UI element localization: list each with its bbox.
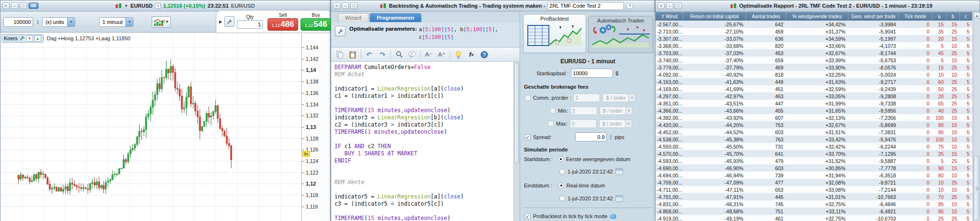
close-icon[interactable]: × (333, 2, 340, 9)
table-row[interactable]: -3.368,00...-33,68%820+33,66%-4,10730510… (656, 42, 972, 49)
enddate-realtime-radio[interactable] (558, 183, 564, 188)
column-header-c[interactable]: c (960, 12, 972, 21)
startkapitaal-input[interactable] (571, 69, 613, 78)
hint-button[interactable] (454, 49, 463, 60)
redo-button[interactable] (378, 49, 387, 60)
column-header-aantal-trades[interactable]: Aantal trades (746, 12, 786, 21)
commission-unit-select[interactable]: $ / order ▼ (602, 93, 635, 102)
table-row[interactable]: -4.868,00...-48,68%751+33,11%-6,48210951… (656, 208, 972, 215)
minimize-icon[interactable]: – (11, 2, 18, 9)
qty-input[interactable] (237, 20, 263, 29)
table-row[interactable]: -3.779,00...-37,79%469+33,90%-8,05760152… (656, 64, 972, 71)
table-row[interactable]: -4.919,00...-49,19%461+32,75%-10,6703025… (656, 215, 972, 221)
calendar-icon[interactable] (615, 195, 623, 202)
table-row[interactable]: -2.567,00...-25,67%642+34,42%-3,99840151… (656, 21, 972, 28)
buy-arrow-icon[interactable]: ▲ (34, 35, 41, 42)
column-header-winst[interactable]: ⇧Winst (656, 12, 683, 21)
collapse-arrow-icon[interactable]: ▶ (219, 20, 222, 24)
table-row[interactable]: -4.092,00...-40,92%818+33,25%-5,00240101… (656, 71, 972, 78)
report-scrollbar[interactable]: ▲ (973, 12, 980, 221)
table-row[interactable]: -4.550,00...-45,50%731+32,42%-6,22440751… (656, 143, 972, 150)
table-row[interactable]: -4.351,00...-43,51%447+31,99%-9,73380652… (656, 100, 972, 107)
column-header-a[interactable]: a (932, 12, 947, 21)
table-row[interactable]: -4.694,00...-46,94%739+31,94%-6,35180801… (656, 172, 972, 179)
quantity-stepper[interactable]: ▲▼ (36, 19, 39, 25)
min-input[interactable] (570, 106, 597, 115)
tab-programmeren[interactable]: Programmeren (369, 13, 421, 22)
code-editor[interactable]: DEFPARAM CumulateOrders=FalseREM Achat i… (331, 62, 513, 221)
spread-stepper[interactable]: ▲▼ (610, 134, 612, 140)
table-row[interactable]: -4.392,00...-43,92%607+32,13%-7,23560100… (656, 114, 972, 121)
column-header--winstgevende-trades[interactable]: % winstgevende trades (786, 12, 848, 21)
table-row[interactable]: -4.791,00...-47,91%445+31,01%-10,7663070… (656, 193, 972, 200)
undo-button[interactable] (365, 49, 374, 60)
wrench-icon[interactable] (19, 35, 25, 41)
table-row[interactable]: -4.593,00...-45,93%479+31,52%-9,58870525… (656, 157, 972, 164)
instrument-symbol[interactable]: EURUSD (131, 3, 153, 9)
table-row[interactable]: -4.169,00...-41,69%451+32,59%-9,24390502… (656, 85, 972, 93)
max-checkbox[interactable] (548, 121, 554, 127)
maximize-icon[interactable]: □ (675, 2, 682, 9)
close-icon[interactable]: × (2, 2, 10, 9)
table-row[interactable]: -3.740,00...-37,40%659+33,99%-5,67530515… (656, 57, 972, 64)
startdate-custom-radio[interactable] (559, 169, 565, 174)
timeframe-select[interactable]: 1 minuut ▼ (99, 17, 134, 27)
table-row[interactable]: -4.420,00...-44,20%753+32,67%-5,86990901… (656, 121, 972, 128)
copy-button[interactable] (335, 49, 345, 60)
chart-area[interactable]: 1,1441,1421,141,1381,1361,1341,1321,131,… (0, 33, 330, 221)
code-scrollbar[interactable] (513, 62, 520, 221)
speech-bubble-icon[interactable] (610, 214, 616, 219)
comment-button[interactable]: // (407, 49, 417, 60)
system-name-input[interactable] (547, 2, 624, 10)
table-row[interactable]: -3.703,00...-37,03%453+32,67%-8,17440452… (656, 49, 972, 57)
table-row[interactable]: -4.452,00...-44,52%603+31,51%-7,38310951… (656, 128, 972, 136)
tab-probacktest[interactable]: ProBacktest (523, 14, 586, 53)
tab-automatisch-traden[interactable]: Automatisch Traden (588, 16, 653, 53)
quantity-input[interactable] (3, 17, 33, 27)
commission-checkbox[interactable] (525, 95, 531, 101)
column-header-b[interactable]: b (947, 12, 960, 21)
report-table-header[interactable]: ⇧WinstReturn on initial capitalAantal tr… (656, 12, 972, 21)
table-row[interactable]: -4.366,00...-43,66%455+31,65%-9,59560402… (656, 107, 972, 114)
table-row[interactable]: -4.538,00...-45,38%763+33,42%-5,94760100… (656, 136, 972, 143)
enddate-custom-radio[interactable] (559, 196, 565, 201)
help-button[interactable]: ? (479, 49, 489, 60)
font-smaller-button[interactable]: A⁻ (424, 49, 434, 60)
max-input[interactable] (570, 119, 597, 128)
sell-arrow-icon[interactable]: ▼ (26, 35, 33, 42)
tab-wizard[interactable]: Wizard (338, 13, 368, 22)
column-header-return-on-initial-capital[interactable]: Return on initial capital (683, 12, 746, 21)
table-row[interactable]: -4.297,00...-42,97%463+33,05%-9,28080202… (656, 93, 972, 100)
table-row[interactable]: -3.307,00...-33,07%636+34,59%-5,19970201… (656, 35, 972, 42)
calendar-icon[interactable] (615, 168, 623, 175)
min-checkbox[interactable] (550, 108, 556, 114)
spread-input[interactable] (575, 132, 607, 141)
table-row[interactable]: -4.690,00...-46,90%603+30,85%-7,77780901… (656, 164, 972, 172)
chevron-down-icon[interactable]: ▼ (124, 4, 128, 8)
spread-checkbox[interactable]: ✓ (525, 134, 531, 140)
maximize-icon[interactable]: □ (20, 2, 27, 9)
column-header-gem-winst-per-trade[interactable]: Gem. winst per trade (848, 12, 899, 21)
chart-type-button[interactable]: ▼ (152, 16, 171, 28)
table-row[interactable]: -4.570,00...-45,70%641+33,70%-7,12950251… (656, 150, 972, 157)
function-list-button[interactable]: fx (467, 49, 476, 60)
table-row[interactable]: -4.709,00...-47,09%477+32,08%-9,87210102… (656, 179, 972, 186)
info-icon[interactable]: i (155, 3, 161, 9)
units-select[interactable]: (x) units ▼ (42, 17, 75, 27)
close-icon[interactable]: × (657, 2, 665, 9)
table-row[interactable]: -2.710,00...-27,10%459+31,37%-5,90410352… (656, 28, 972, 35)
params-settings-button[interactable] (335, 26, 345, 36)
tick-mode-checkbox[interactable]: ✓ (525, 213, 531, 219)
max-unit-select[interactable]: $ / order ▼ (599, 119, 632, 128)
paste-button[interactable] (348, 49, 357, 60)
scrollbar-thumb[interactable] (514, 63, 519, 163)
minimize-icon[interactable]: – (666, 2, 673, 9)
min-unit-select[interactable]: $ / order ▼ (600, 106, 633, 115)
minimize-icon[interactable]: – (342, 2, 349, 9)
startdate-first-radio[interactable] (558, 156, 564, 162)
sell-button[interactable]: 1,12 486 (267, 18, 298, 31)
order-settings-button[interactable] (224, 16, 234, 27)
scrollbar-thumb[interactable] (974, 156, 980, 221)
help-icon[interactable]: ? (626, 2, 633, 9)
table-row[interactable]: -4.163,00...-41,63%449+31,63%-9,27170602… (656, 78, 972, 85)
